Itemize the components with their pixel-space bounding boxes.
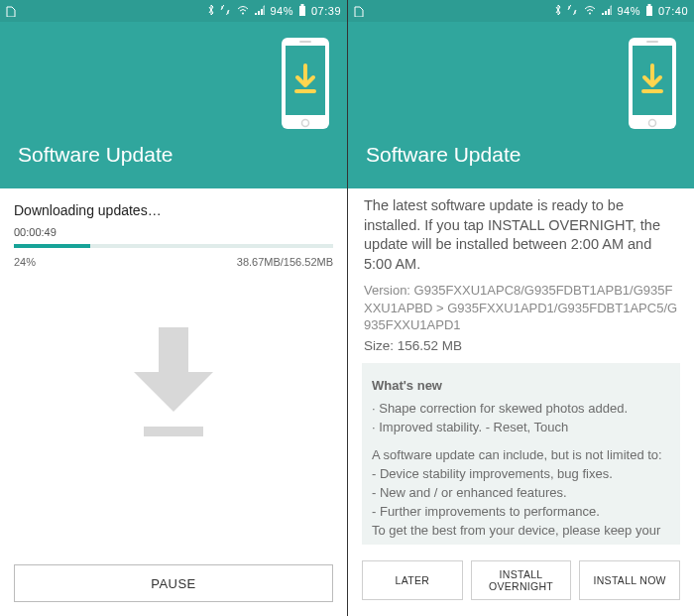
- page-title: Software Update: [366, 143, 520, 167]
- sim-icon: [6, 5, 16, 17]
- progress-numbers: 24% 38.67MB/156.52MB: [14, 256, 333, 268]
- signal-icon: [601, 5, 612, 17]
- battery-percent: 94%: [617, 5, 640, 17]
- whats-new-title: What's new: [372, 377, 670, 396]
- pause-button[interactable]: PAUSE: [14, 564, 333, 602]
- wifi-icon: [584, 5, 596, 17]
- whats-new-text: - Device stability improvements, bug fix…: [372, 465, 670, 484]
- download-percent: 24%: [14, 256, 36, 268]
- svg-point-8: [589, 13, 591, 15]
- svg-rect-9: [646, 6, 652, 16]
- progress-bar: [14, 244, 333, 248]
- whats-new-text: A software update can include, but is no…: [372, 446, 670, 465]
- bluetooth-icon: [207, 4, 215, 18]
- clock: 07:39: [311, 5, 341, 17]
- whats-new-panel[interactable]: What's new · Shape correction for skewed…: [362, 363, 680, 545]
- install-intro: The latest software update is ready to b…: [348, 188, 694, 282]
- whats-new-text: - Further improvements to performance.: [372, 503, 670, 522]
- bottom-bar: PAUSE: [0, 551, 347, 616]
- status-right: 94% 07:40: [554, 4, 688, 18]
- header: Software Update: [0, 22, 347, 188]
- signal-icon: [254, 5, 265, 17]
- clock: 07:40: [658, 5, 688, 17]
- download-elapsed: 00:00:49: [14, 226, 333, 238]
- svg-rect-7: [144, 427, 203, 436]
- status-left: [354, 5, 364, 17]
- page-title: Software Update: [18, 143, 173, 167]
- download-bytes: 38.67MB/156.52MB: [237, 256, 333, 268]
- status-bar: 94% 07:39: [0, 0, 347, 22]
- download-arrow-icon: [114, 317, 233, 446]
- later-button[interactable]: LATER: [362, 560, 463, 600]
- sim-icon: [354, 5, 364, 17]
- vibrate-icon: [220, 5, 232, 17]
- svg-rect-10: [647, 4, 650, 6]
- phone-download-illustration: [627, 36, 678, 131]
- battery-icon: [298, 4, 306, 18]
- phone-download-illustration: [280, 36, 331, 131]
- phone-install: 94% 07:40 Software Update The latest sof…: [347, 0, 694, 616]
- install-buttons: LATER INSTALL OVERNIGHT INSTALL NOW: [348, 545, 694, 616]
- status-left: [6, 5, 16, 17]
- install-now-button[interactable]: INSTALL NOW: [579, 560, 680, 600]
- whats-new-text: To get the best from your device, please…: [372, 522, 670, 545]
- battery-icon: [645, 4, 653, 18]
- svg-rect-14: [646, 41, 658, 43]
- status-bar: 94% 07:40: [348, 0, 694, 22]
- wifi-icon: [237, 5, 249, 17]
- download-status: Downloading updates…: [14, 202, 333, 218]
- install-overnight-button[interactable]: INSTALL OVERNIGHT: [471, 560, 572, 600]
- svg-rect-6: [299, 41, 311, 43]
- phone-download: 94% 07:39 Software Update Downloading up…: [0, 0, 347, 616]
- progress-fill: [14, 244, 90, 248]
- svg-point-0: [242, 13, 244, 15]
- install-content: The latest software update is ready to b…: [348, 188, 694, 616]
- whats-new-item: · Improved stability. - Reset, Touch: [372, 419, 670, 437]
- battery-percent: 94%: [270, 5, 293, 17]
- install-version: Version: G935FXXU1APC8/G935FDBT1APB1/G93…: [348, 282, 694, 338]
- status-right: 94% 07:39: [207, 4, 341, 18]
- header: Software Update: [348, 22, 694, 188]
- whats-new-text: - New and / or enhanced features.: [372, 484, 670, 503]
- bluetooth-icon: [554, 4, 562, 18]
- download-content: Downloading updates… 00:00:49 24% 38.67M…: [0, 188, 347, 551]
- vibrate-icon: [567, 5, 579, 17]
- svg-rect-1: [299, 6, 305, 16]
- whats-new-item: · Shape correction for skewed photos add…: [372, 400, 670, 419]
- install-size: Size: 156.52 MB: [348, 338, 694, 363]
- svg-rect-2: [300, 4, 303, 6]
